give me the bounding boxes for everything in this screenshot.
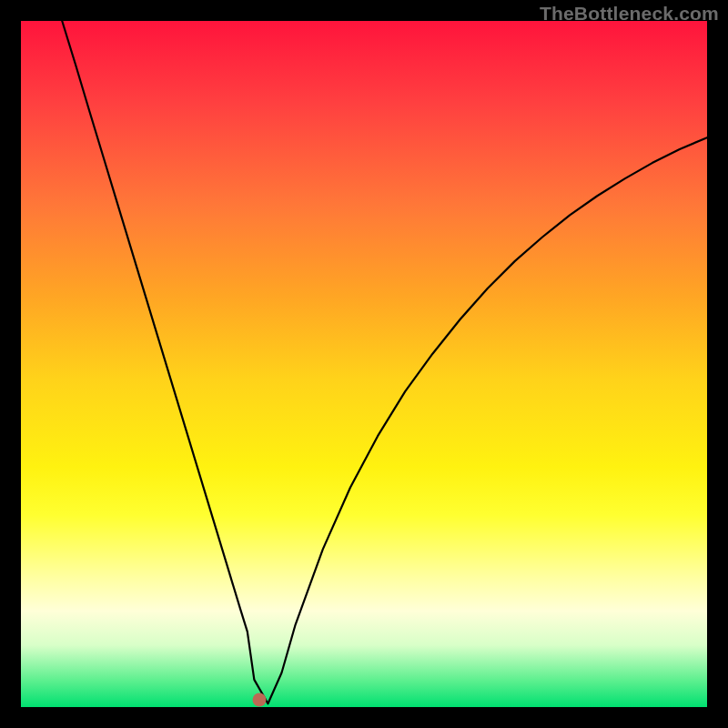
plot-area xyxy=(21,21,707,707)
optimal-point-marker xyxy=(252,693,266,707)
watermark-text: TheBottleneck.com xyxy=(540,3,719,25)
chart-canvas: TheBottleneck.com xyxy=(0,0,728,728)
bottleneck-curve xyxy=(21,21,707,707)
